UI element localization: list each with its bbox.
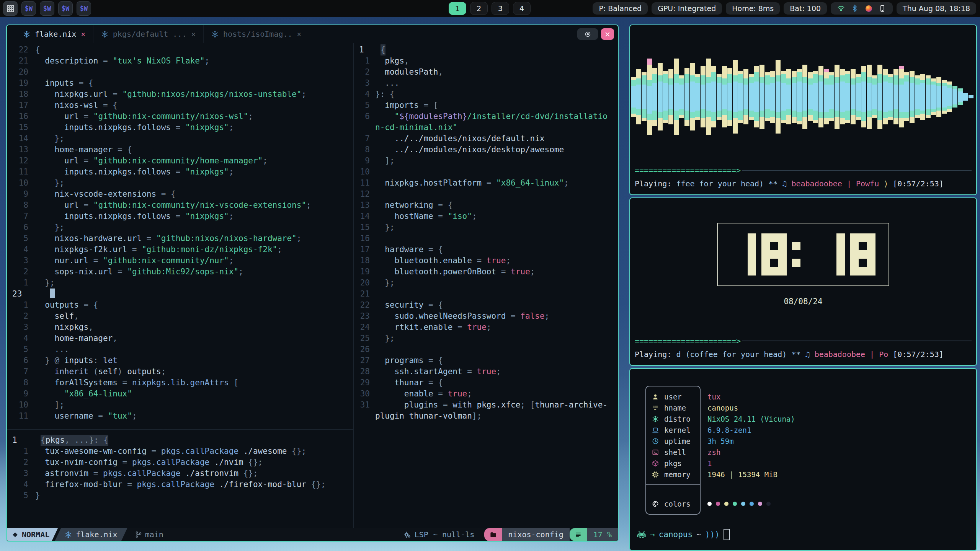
fetch-value-row: 1: [707, 458, 795, 469]
code-line: n-cd-minimal.nix": [354, 122, 618, 133]
terminal-icon: [652, 448, 659, 456]
close-icon: ×: [604, 30, 611, 38]
tab-close-icon[interactable]: ×: [191, 30, 195, 38]
code-text: nixpkgs.url = "github:nixos/nixpkgs/nixo…: [35, 89, 306, 100]
code-line: 9 "x86_64-linux": [7, 388, 353, 399]
fetch-label: kernel: [664, 426, 691, 434]
code-line: 12 url = "github:nix-community/home-mana…: [7, 155, 353, 166]
waveform-column: [926, 75, 931, 118]
prompt-host: canopus: [659, 530, 693, 539]
waveform-column: [770, 71, 775, 123]
tag-2[interactable]: 2: [470, 2, 488, 15]
code-text: tux-awesome-wm-config = pkgs.callPackage…: [35, 446, 306, 457]
code-line: 13 networking = {: [354, 200, 618, 211]
system-fetch: userhnamedistrokerneluptimeshellpkgsmemo…: [645, 386, 976, 515]
line-number: 11: [7, 166, 35, 178]
tag-3[interactable]: 3: [492, 2, 509, 15]
waveform-column: [652, 68, 657, 126]
line-number: 9: [7, 388, 35, 399]
code-pane-iso-image[interactable]: 1{1 pkgs,2 modulesPath,3 ...4}: {5 impor…: [354, 43, 618, 422]
workspace-tags: 1234: [449, 2, 531, 15]
bluetooth-icon[interactable]: [851, 4, 859, 13]
line-number: 14: [354, 211, 375, 222]
clock-date: 08/08/24: [630, 297, 976, 306]
tab-flake-nix[interactable]: flake.nix×: [15, 25, 93, 43]
code-text: };: [35, 133, 64, 144]
code-text: };: [35, 178, 64, 189]
line-number: 7: [7, 366, 35, 377]
prompt-arrow: →: [650, 530, 655, 539]
waveform-column: [818, 66, 823, 127]
code-line: 9 nix-vscode-extensions = {: [7, 189, 353, 200]
app-grid-icon[interactable]: [3, 1, 18, 16]
toggle-button[interactable]: [577, 28, 598, 40]
waveform-column: [920, 74, 925, 120]
waveform-column: [776, 60, 781, 134]
tag-4[interactable]: 4: [513, 2, 531, 15]
fetch-label-row: shell: [646, 447, 700, 458]
code-line: 20 };: [354, 277, 618, 289]
line-number: 4: [7, 244, 35, 255]
fetch-value-row: NixOS 24.11 (Vicuna): [707, 413, 795, 424]
line-number: 9: [354, 155, 375, 166]
launcher-button-2[interactable]: $W: [40, 1, 54, 16]
color-dot: [758, 502, 762, 506]
system-tray: [831, 2, 893, 15]
fetch-label: distro: [664, 415, 691, 423]
launcher-button-3[interactable]: $W: [58, 1, 73, 16]
waveform-column: [631, 77, 636, 117]
waveform-column: [969, 95, 973, 98]
fetch-values: tuxcanopusNixOS 24.11 (Vicuna)6.9.8-zen1…: [707, 386, 795, 515]
code-text: hostName = "iso";: [375, 211, 477, 222]
scroll-percent: 17 %: [587, 528, 618, 541]
playing-text: Playing:: [635, 179, 676, 188]
shell-prompt[interactable]: → canopus ~ ))): [630, 529, 976, 550]
close-window-button[interactable]: ×: [601, 28, 614, 40]
code-line: 4 firefox-mod-blur = pkgs.callPackage ./…: [7, 479, 353, 490]
waveform-column: [952, 86, 957, 108]
line-number: 2: [7, 266, 35, 277]
tab-pkgs-default-[interactable]: pkgs/default ...×: [93, 25, 204, 43]
window-controls: ×: [577, 28, 614, 40]
line-number: 25: [354, 333, 375, 344]
code-text: }: [35, 490, 40, 501]
code-line: 20: [7, 67, 353, 78]
tag-1[interactable]: 1: [449, 2, 466, 15]
snowflake-icon: [652, 415, 659, 423]
line-number: 2: [354, 67, 375, 78]
phone-icon[interactable]: [878, 4, 887, 13]
fetch-value: 1: [707, 459, 712, 468]
wifi-icon[interactable]: [837, 4, 845, 13]
fetch-labels-box: userhnamedistrokerneluptimeshellpkgsmemo…: [645, 386, 701, 515]
laptop-icon: [652, 426, 659, 434]
visualizer-window: ======================> Playing: ffee fo…: [629, 24, 977, 195]
code-line: 8 url = "github:nix-community/nix-vscode…: [7, 200, 353, 211]
waveform-column: [963, 93, 968, 101]
project-segment: nixos-config: [502, 528, 570, 541]
playing-text: Playing:: [635, 350, 676, 359]
vim-icon: [12, 532, 18, 538]
status-pill-1: GPU: Integrated: [652, 2, 722, 15]
color-dot: [724, 502, 728, 506]
code-text: };: [35, 222, 64, 233]
code-pane-pkgs-default[interactable]: 1{pkgs, ...}: {1 tux-awesome-wm-config =…: [7, 430, 353, 501]
launcher-button-1[interactable]: $W: [21, 1, 36, 16]
color-wheel-icon[interactable]: [864, 4, 873, 13]
code-line: 10: [354, 166, 618, 178]
tab-close-icon[interactable]: ×: [297, 30, 301, 38]
launcher-button-4[interactable]: $W: [77, 1, 91, 16]
track-progress: ======================>: [630, 165, 976, 176]
file-segment: flake.nix: [55, 528, 127, 541]
line-number: 8: [354, 144, 375, 155]
code-line: 23 sudo.wheelNeedsPassword = false;: [354, 311, 618, 322]
line-number: 1: [7, 435, 41, 446]
tab-close-icon[interactable]: ×: [81, 30, 85, 38]
code-line: 28 ssh.startAgent = true;: [354, 366, 618, 377]
line-number: 4: [7, 479, 35, 490]
code-pane-flake[interactable]: 22{21 description = "tux's NixOS Flake";…: [7, 43, 353, 424]
fetch-label-row: uptime: [646, 435, 700, 447]
code-line: 22 security = {: [354, 300, 618, 311]
waveform-column: [749, 74, 754, 120]
line-number: 10: [7, 178, 35, 189]
tab-hosts-isoImag-[interactable]: hosts/isoImag..×: [204, 25, 309, 43]
